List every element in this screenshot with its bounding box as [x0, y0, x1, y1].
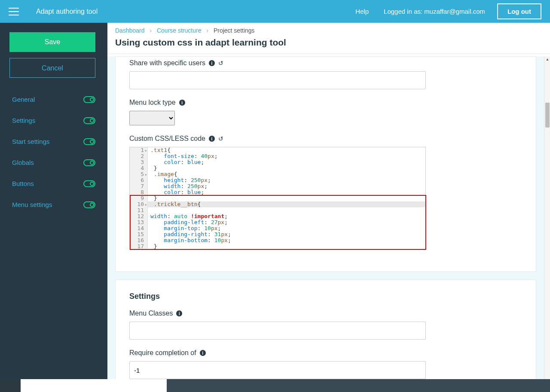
save-button[interactable]: Save: [9, 32, 95, 52]
topbar: Adapt authoring tool Help Logged in as: …: [0, 0, 550, 23]
require-completion-label: Require completion of: [129, 349, 196, 357]
sidebar-item-menu-settings[interactable]: Menu settings: [9, 194, 98, 215]
cancel-button[interactable]: Cancel: [9, 58, 95, 78]
sidebar-item-settings[interactable]: Settings: [9, 110, 98, 131]
info-icon[interactable]: i: [200, 350, 206, 356]
info-icon[interactable]: i: [176, 310, 182, 316]
breadcrumb-current: Project settings: [214, 27, 255, 34]
settings-heading: Settings: [129, 292, 522, 301]
taskbar: [0, 379, 550, 392]
code-editor[interactable]: 1▾.txt1{2 font-size: 40px;3 color: blue;…: [129, 147, 426, 250]
info-icon[interactable]: i: [209, 136, 215, 142]
toggle-icon[interactable]: [83, 96, 95, 103]
main-area: Dashboard › Course structure › Project s…: [107, 23, 550, 392]
help-link[interactable]: Help: [355, 8, 369, 15]
menu-lock-label: Menu lock type: [129, 99, 176, 106]
content-scroll[interactable]: Share with specific users i ↺ Menu lock …: [107, 56, 544, 392]
sidebar-item-start-settings[interactable]: Start settings: [9, 131, 98, 152]
menu-classes-label: Menu Classes: [129, 310, 173, 317]
menu-classes-input[interactable]: [129, 322, 426, 340]
toggle-icon[interactable]: [83, 201, 95, 208]
sidebar-item-buttons[interactable]: Buttons: [9, 173, 98, 194]
sidebar-item-general[interactable]: General: [9, 89, 98, 110]
scroll-up-arrow[interactable]: ▲: [544, 56, 550, 62]
page-title: Using custom css in adapt learning tool: [115, 37, 542, 48]
scrollbar-thumb[interactable]: [545, 103, 550, 128]
toggle-icon[interactable]: [83, 117, 95, 124]
info-icon[interactable]: i: [209, 60, 215, 66]
app-title: Adapt authoring tool: [36, 8, 98, 15]
reset-icon[interactable]: ↺: [218, 60, 223, 67]
logged-in-text: Logged in as: muzaffar@gmail.com: [384, 8, 485, 15]
toggle-icon[interactable]: [83, 180, 95, 187]
sidebar: Save Cancel GeneralSettingsStart setting…: [0, 23, 107, 392]
logout-button[interactable]: Log out: [497, 3, 541, 19]
toggle-icon[interactable]: [83, 159, 95, 166]
scrollbar-track[interactable]: ▲ ▼: [544, 56, 550, 392]
info-icon[interactable]: i: [179, 100, 185, 106]
share-users-label: Share with specific users: [129, 59, 205, 67]
menu-lock-select[interactable]: [129, 111, 175, 125]
hamburger-menu-icon[interactable]: [9, 8, 19, 15]
require-completion-input[interactable]: [129, 361, 426, 379]
breadcrumb: Dashboard › Course structure › Project s…: [115, 27, 542, 34]
toggle-icon[interactable]: [83, 138, 95, 145]
breadcrumb-course-structure[interactable]: Course structure: [157, 27, 201, 34]
breadcrumb-dashboard[interactable]: Dashboard: [115, 27, 145, 34]
sidebar-item-globals[interactable]: Globals: [9, 152, 98, 173]
reset-icon[interactable]: ↺: [218, 135, 223, 142]
share-users-input[interactable]: [129, 71, 426, 89]
custom-css-label: Custom CSS/LESS code: [129, 135, 205, 143]
